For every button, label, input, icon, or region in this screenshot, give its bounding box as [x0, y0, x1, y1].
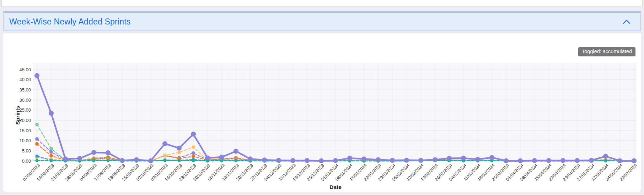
x-tick-labels: 07/08/202314/08/202321/08/202328/08/2023… [22, 163, 638, 182]
data-point[interactable] [35, 137, 39, 141]
data-point[interactable] [49, 150, 53, 154]
data-point[interactable] [461, 156, 466, 161]
data-point[interactable] [120, 158, 125, 163]
data-point[interactable] [91, 150, 96, 155]
data-point[interactable] [35, 142, 39, 146]
data-point[interactable] [35, 123, 39, 126]
y-tick-label: 40.00 [19, 77, 31, 82]
data-point[interactable] [163, 159, 167, 162]
x-axis-title: Date [329, 184, 342, 190]
data-point[interactable] [504, 158, 509, 163]
data-point[interactable] [49, 111, 54, 116]
data-point[interactable] [376, 157, 381, 162]
data-point[interactable] [589, 158, 594, 163]
data-point[interactable] [632, 158, 637, 163]
data-point[interactable] [92, 159, 96, 162]
data-point[interactable] [347, 156, 352, 161]
data-point[interactable] [219, 155, 224, 160]
data-point[interactable] [560, 158, 565, 163]
data-point[interactable] [148, 158, 153, 163]
y-tick-label: 5.00 [22, 148, 31, 154]
plot-area [33, 63, 637, 161]
data-point[interactable] [107, 159, 110, 162]
data-point[interactable] [290, 158, 295, 163]
data-point[interactable] [106, 150, 111, 155]
data-point[interactable] [34, 73, 39, 78]
data-point[interactable] [248, 156, 253, 161]
y-tick-label: 45.00 [19, 67, 31, 72]
data-point[interactable] [220, 159, 224, 162]
data-point[interactable] [49, 147, 53, 150]
data-point[interactable] [532, 158, 537, 163]
y-tick-label: 10.00 [19, 138, 31, 143]
data-point[interactable] [192, 155, 195, 158]
data-point[interactable] [36, 155, 39, 158]
data-point[interactable] [234, 149, 238, 154]
data-point[interactable] [604, 159, 607, 162]
data-point[interactable] [546, 158, 551, 163]
data-point[interactable] [575, 158, 580, 163]
data-point[interactable] [489, 155, 494, 160]
chart-panel: Toggled: accumulated 0.005.0010.0015.002… [3, 33, 641, 192]
data-point[interactable] [404, 158, 409, 163]
data-point[interactable] [191, 132, 196, 136]
y-tick-label: 35.00 [19, 87, 31, 93]
sprints-chart[interactable]: 0.005.0010.0015.0020.0025.0030.0035.0040… [3, 33, 641, 191]
data-point[interactable] [49, 154, 53, 157]
data-point[interactable] [433, 157, 438, 162]
data-point[interactable] [192, 151, 195, 155]
data-point[interactable] [603, 154, 608, 159]
data-point[interactable] [205, 155, 210, 160]
data-point[interactable] [319, 158, 324, 163]
y-tick-labels: 0.005.0010.0015.0020.0025.0030.0035.0040… [19, 67, 31, 164]
data-point[interactable] [390, 158, 395, 163]
data-point[interactable] [192, 159, 195, 162]
y-tick-label: 20.00 [19, 118, 31, 123]
data-point[interactable] [162, 141, 167, 146]
data-point[interactable] [36, 159, 39, 162]
data-point[interactable] [276, 158, 281, 163]
data-point[interactable] [333, 158, 338, 163]
data-point[interactable] [177, 151, 181, 154]
y-axis-title: Sprints [15, 106, 21, 124]
data-point[interactable] [305, 158, 310, 163]
data-point[interactable] [77, 156, 82, 161]
data-point[interactable] [617, 158, 622, 163]
data-point[interactable] [418, 158, 423, 163]
data-point[interactable] [518, 158, 523, 163]
y-tick-label: 25.00 [19, 107, 31, 113]
accordion-header[interactable]: Week-Wise Newly Added Sprints [3, 11, 641, 31]
data-point[interactable] [178, 159, 181, 162]
y-tick-label: 30.00 [19, 98, 31, 103]
data-point[interactable] [475, 157, 480, 162]
y-tick-label: 15.00 [19, 128, 31, 133]
data-point[interactable] [192, 145, 195, 149]
data-point[interactable] [447, 156, 452, 161]
accordion-title: Week-Wise Newly Added Sprints [9, 17, 131, 27]
y-tick-label: 0.00 [22, 158, 31, 164]
collapsed-panel-strip [1, 0, 643, 6]
chevron-up-icon[interactable] [623, 20, 630, 24]
data-point[interactable] [134, 157, 139, 162]
data-point[interactable] [361, 156, 366, 161]
data-point[interactable] [50, 159, 53, 162]
data-point[interactable] [235, 159, 238, 162]
data-point[interactable] [163, 154, 167, 157]
data-point[interactable] [63, 156, 68, 161]
data-point[interactable] [262, 157, 267, 162]
data-point[interactable] [177, 146, 182, 151]
